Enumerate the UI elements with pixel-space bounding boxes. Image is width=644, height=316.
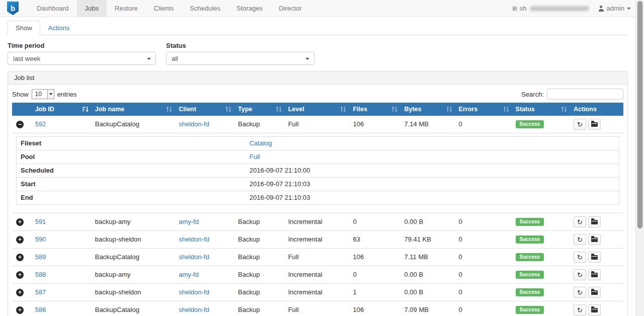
rerun-icon: ↻ (577, 236, 583, 243)
expand-row-button[interactable]: + (16, 271, 24, 279)
rerun-job-button[interactable]: ↻ (574, 287, 586, 298)
column-header-job-id[interactable]: Job ID (31, 103, 91, 116)
job-type: Backup (234, 266, 284, 284)
job-id-link[interactable]: 588 (35, 271, 46, 278)
scrollbar-thumb[interactable] (637, 1, 642, 228)
client-link[interactable]: sheldon-fd (179, 306, 209, 313)
fileset-link[interactable]: Catalog (250, 139, 272, 147)
table-controls: Show 10 entries Search: (12, 89, 623, 100)
client-link[interactable]: sheldon-fd (179, 253, 209, 261)
time-period-value: last week (13, 55, 40, 62)
nav-item-jobs[interactable]: Jobs (77, 0, 107, 17)
nav-item-director[interactable]: Director (271, 0, 310, 17)
expand-row-button[interactable]: + (16, 289, 24, 296)
list-files-button[interactable] (588, 287, 601, 298)
column-header-status[interactable]: Status (512, 103, 570, 116)
list-files-button[interactable] (588, 269, 601, 280)
folder-icon (591, 238, 598, 242)
director-host-menu[interactable]: sh (513, 5, 589, 12)
bareos-shield-icon: b (7, 2, 19, 15)
job-files: 0 (349, 266, 400, 284)
job-list-panel: Job list Show 10 entries Search: Job IDJ… (8, 71, 628, 316)
client-link[interactable]: amy-fd (179, 218, 199, 225)
list-files-button[interactable] (588, 252, 601, 263)
actions-cell: ↻ (570, 231, 623, 249)
column-header-client[interactable]: Client (175, 103, 234, 116)
job-id-link[interactable]: 586 (35, 306, 46, 313)
bareos-logo[interactable]: b (0, 0, 22, 17)
user-icon (598, 6, 604, 12)
job-level: Full (284, 301, 349, 316)
expand-row-button[interactable]: + (16, 236, 24, 244)
nav-item-clients[interactable]: Clients (146, 0, 182, 17)
tab-actions[interactable]: Actions (40, 21, 78, 35)
time-period-select[interactable]: last week (8, 52, 156, 65)
expand-row-button[interactable]: + (16, 254, 24, 261)
job-id-link[interactable]: 587 (35, 288, 46, 296)
expand-row-button[interactable]: + (16, 218, 24, 226)
nav-item-schedules[interactable]: Schedules (182, 0, 228, 17)
column-header-files[interactable]: Files (349, 103, 400, 116)
tab-show[interactable]: Show (8, 21, 40, 35)
rerun-job-button[interactable]: ↻ (574, 119, 586, 130)
rerun-job-button[interactable]: ↻ (574, 304, 586, 315)
detail-label: End (17, 191, 246, 205)
status-badge: Success (516, 120, 544, 128)
job-name: BackupCatalog (91, 301, 175, 316)
list-files-button[interactable] (588, 216, 601, 227)
client-link[interactable]: sheldon-fd (179, 288, 209, 296)
column-header-job-name[interactable]: Job name (91, 103, 175, 116)
job-bytes: 7.09 MB (400, 301, 454, 316)
select-arrow-icon (47, 90, 54, 99)
list-files-button[interactable] (588, 304, 601, 315)
client-link[interactable]: sheldon-fd (179, 120, 209, 128)
job-id-link[interactable]: 589 (35, 253, 46, 261)
job-files: 0 (349, 213, 400, 231)
nav-item-dashboard[interactable]: Dashboard (29, 0, 77, 17)
job-id-link-cell: 587 (31, 284, 91, 301)
job-name: backup-amy (91, 266, 175, 284)
folder-icon (591, 255, 598, 260)
pool-link[interactable]: Full (250, 153, 260, 161)
folder-icon (591, 220, 598, 224)
list-files-button[interactable] (588, 119, 601, 130)
rerun-job-button[interactable]: ↻ (574, 234, 586, 245)
job-type: Backup (234, 284, 284, 301)
column-header-bytes[interactable]: Bytes (400, 103, 454, 116)
rerun-job-button[interactable]: ↻ (574, 216, 586, 227)
rerun-job-button[interactable]: ↻ (574, 269, 586, 280)
status-select[interactable]: all (166, 52, 314, 65)
actions-cell: ↻ (570, 249, 623, 266)
client-link[interactable]: sheldon-fd (179, 235, 209, 243)
status-label: Status (166, 42, 314, 49)
expand-cell: + (12, 301, 31, 316)
nav-item-restore[interactable]: Restore (107, 0, 146, 17)
status-cell: Success (512, 284, 570, 301)
client-link[interactable]: amy-fd (179, 271, 199, 278)
detail-row-end: End2016-09-07 21:10:03 (17, 191, 619, 205)
search-input[interactable] (547, 89, 623, 100)
column-label: Level (288, 106, 304, 113)
expand-row-button[interactable]: + (16, 306, 24, 314)
rerun-job-button[interactable]: ↻ (574, 252, 586, 263)
vertical-scrollbar[interactable] (635, 0, 644, 316)
column-header-type[interactable]: Type (234, 103, 284, 116)
job-id-link[interactable]: 591 (35, 218, 46, 225)
user-menu[interactable]: admin (598, 5, 631, 12)
job-id-link-cell: 591 (31, 213, 91, 231)
navbar-right: sh admin (513, 0, 644, 17)
job-files: 63 (349, 231, 400, 249)
column-header-level[interactable]: Level (284, 103, 349, 116)
column-header-errors[interactable]: Errors (455, 103, 512, 116)
page-size-select[interactable]: 10 (32, 89, 54, 99)
nav-item-storages[interactable]: Storages (228, 0, 271, 17)
status-cell: Success (512, 116, 570, 133)
column-label: Client (179, 106, 196, 113)
folder-icon (591, 122, 598, 127)
job-level: Incremental (284, 213, 349, 231)
list-files-button[interactable] (588, 234, 601, 245)
job-name: backup-sheldon (91, 231, 175, 249)
job-id-link[interactable]: 590 (35, 235, 46, 243)
job-id-link[interactable]: 592 (35, 120, 46, 128)
collapse-row-button[interactable]: − (16, 121, 24, 128)
